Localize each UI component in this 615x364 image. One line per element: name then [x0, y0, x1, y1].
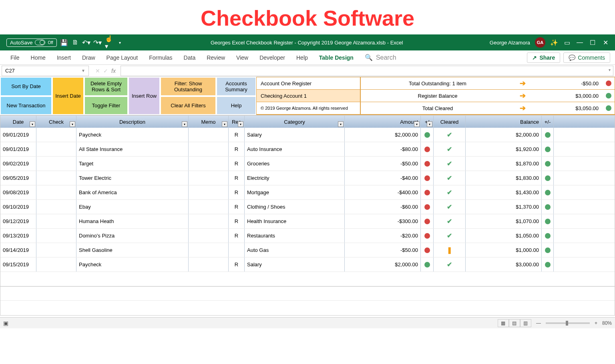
- ribbon-tab-data[interactable]: Data: [178, 50, 201, 65]
- cell-check[interactable]: [36, 200, 76, 214]
- coming-soon-icon[interactable]: ✨: [550, 38, 558, 46]
- zoom-in-button[interactable]: +: [595, 320, 597, 326]
- sort-by-date-button[interactable]: Sort By Date: [0, 77, 52, 96]
- cell-check[interactable]: [36, 157, 76, 171]
- cell-rec[interactable]: R: [229, 128, 245, 142]
- insert-row-button[interactable]: Insert Row: [128, 77, 160, 115]
- table-row[interactable]: 09/14/2019Shell GasolineAuto Gas-$50.00❚…: [0, 243, 615, 257]
- zoom-slider[interactable]: [546, 322, 590, 324]
- name-box[interactable]: C27 ▼: [2, 66, 89, 76]
- cell-cleared[interactable]: ✔: [434, 142, 466, 156]
- cell-description[interactable]: Shell Gasoline: [76, 243, 189, 257]
- cell-rec[interactable]: R: [229, 157, 245, 171]
- share-button[interactable]: ↗ Share: [527, 52, 560, 63]
- cell-date[interactable]: 09/02/2019: [0, 157, 36, 171]
- cell-date[interactable]: 09/14/2019: [0, 243, 36, 257]
- cell-check[interactable]: [36, 128, 76, 142]
- account-subtitle-cell[interactable]: Checking Account 1: [257, 90, 360, 102]
- qat-customize-icon[interactable]: ▾: [116, 38, 124, 46]
- filter-icon[interactable]: ▾: [182, 121, 187, 127]
- touch-mode-icon[interactable]: ☝▾: [105, 38, 113, 46]
- cell-date[interactable]: 09/08/2019: [0, 185, 36, 199]
- cell-amount[interactable]: -$300.00: [345, 214, 421, 228]
- cell-cleared[interactable]: ✔: [434, 214, 466, 228]
- cell-cleared[interactable]: ✔: [434, 171, 466, 185]
- cell-cleared[interactable]: ✔: [434, 185, 466, 199]
- filter-icon[interactable]: ▾: [427, 121, 432, 127]
- insert-date-button[interactable]: Insert Date: [52, 77, 84, 115]
- cell-cleared[interactable]: ✔: [434, 128, 466, 142]
- toggle-filter-button[interactable]: Toggle Filter: [84, 96, 128, 115]
- cell-balance[interactable]: $1,070.00: [466, 214, 542, 228]
- cell-balance[interactable]: $1,920.00: [466, 142, 542, 156]
- ribbon-tab-view[interactable]: View: [231, 50, 254, 65]
- account-name-cell[interactable]: Account One Register: [257, 77, 360, 90]
- cell-memo[interactable]: [189, 214, 229, 228]
- undo-icon[interactable]: ↶▾: [82, 38, 90, 46]
- cell-cleared[interactable]: ✔: [434, 157, 466, 171]
- filter-icon[interactable]: ▾: [70, 121, 75, 127]
- cell-description[interactable]: Domino's Pizza: [76, 229, 189, 243]
- col-rec[interactable]: Rec▾: [229, 116, 245, 128]
- cell-memo[interactable]: [189, 257, 229, 271]
- user-name[interactable]: George Alzamora: [490, 40, 530, 46]
- table-row[interactable]: 09/08/2019Bank of AmericaRMortgage-$400.…: [0, 185, 615, 200]
- cell-category[interactable]: Salary: [245, 257, 345, 271]
- cell-rec[interactable]: R: [229, 214, 245, 228]
- cell-amount[interactable]: -$20.00: [345, 229, 421, 243]
- cell-rec[interactable]: R: [229, 257, 245, 271]
- minimize-icon[interactable]: —: [576, 38, 584, 46]
- table-row[interactable]: 09/05/2019Tower ElectricRElectricity-$40…: [0, 171, 615, 185]
- ribbon-tab-file[interactable]: File: [5, 50, 25, 65]
- cell-balance[interactable]: $3,000.00: [466, 257, 542, 271]
- ribbon-tab-help[interactable]: Help: [291, 50, 314, 65]
- close-icon[interactable]: ✕: [601, 38, 609, 46]
- zoom-out-button[interactable]: —: [536, 320, 541, 326]
- empty-row[interactable]: [0, 286, 615, 301]
- cell-check[interactable]: [36, 171, 76, 185]
- cell-category[interactable]: Salary: [245, 128, 345, 142]
- cell-date[interactable]: 09/01/2019: [0, 142, 36, 156]
- cell-balance[interactable]: $1,050.00: [466, 229, 542, 243]
- cell-rec[interactable]: R: [229, 142, 245, 156]
- cell-description[interactable]: Target: [76, 157, 189, 171]
- col-balance[interactable]: Balance: [466, 116, 542, 128]
- cell-memo[interactable]: [189, 200, 229, 214]
- table-row[interactable]: 09/10/2019EbayRClothing / Shoes-$60.00✔$…: [0, 200, 615, 214]
- cell-rec[interactable]: R: [229, 229, 245, 243]
- cell-memo[interactable]: [189, 229, 229, 243]
- summary-row[interactable]: Register Balance➔$3,000.00: [361, 90, 615, 102]
- table-row[interactable]: 09/01/2019All State InsuranceRAuto Insur…: [0, 142, 615, 157]
- formula-input[interactable]: [121, 66, 613, 76]
- cell-amount[interactable]: -$400.00: [345, 185, 421, 199]
- fx-icon[interactable]: fx: [111, 68, 116, 74]
- cell-description[interactable]: Ebay: [76, 200, 189, 214]
- col-memo[interactable]: Memo▾: [189, 116, 229, 128]
- cell-check[interactable]: [36, 185, 76, 199]
- col-pm[interactable]: +/▾: [421, 116, 434, 128]
- filter-icon[interactable]: ▾: [30, 121, 35, 127]
- cell-memo[interactable]: [189, 128, 229, 142]
- cell-balance[interactable]: $1,870.00: [466, 157, 542, 171]
- cell-date[interactable]: 09/13/2019: [0, 229, 36, 243]
- cell-balance[interactable]: $1,000.00: [466, 243, 542, 257]
- table-row[interactable]: 09/15/2019PaycheckRSalary$2,000.00✔$3,00…: [0, 257, 615, 272]
- cell-date[interactable]: 09/05/2019: [0, 171, 36, 185]
- ribbon-tab-draw[interactable]: Draw: [76, 50, 101, 65]
- summary-row[interactable]: Total Cleared➔$3,050.00: [361, 102, 615, 115]
- filter-icon[interactable]: ▾: [238, 121, 243, 127]
- save-as-icon[interactable]: 🗎: [71, 38, 79, 46]
- record-macro-icon[interactable]: ▣: [3, 320, 8, 326]
- cell-date[interactable]: 09/12/2019: [0, 214, 36, 228]
- cell-cleared[interactable]: ✔: [434, 229, 466, 243]
- redo-icon[interactable]: ↷▾: [94, 38, 102, 46]
- tell-me-search[interactable]: 🔍 Search: [365, 54, 396, 61]
- ribbon-tab-review[interactable]: Review: [201, 50, 231, 65]
- cell-rec[interactable]: R: [229, 185, 245, 199]
- zoom-level[interactable]: 80%: [602, 320, 612, 326]
- cell-check[interactable]: [36, 257, 76, 271]
- filter-icon[interactable]: ▾: [338, 121, 344, 127]
- maximize-icon[interactable]: ☐: [589, 38, 597, 46]
- help-button[interactable]: Help: [216, 96, 256, 115]
- autosave-toggle[interactable]: AutoSave Off: [6, 38, 57, 47]
